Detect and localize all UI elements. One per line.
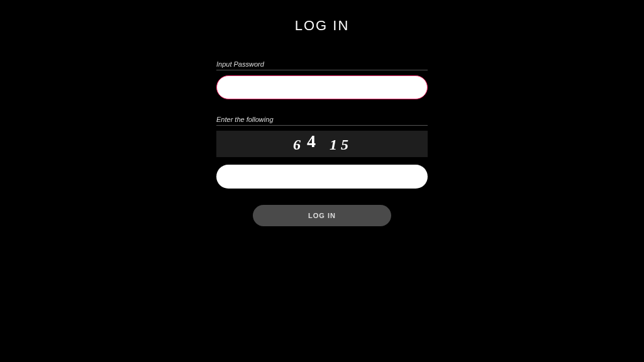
captcha-label: Enter the following	[216, 116, 428, 126]
password-section: Input Password	[216, 60, 428, 99]
login-form: LOG IN Input Password Enter the followin…	[216, 0, 428, 362]
captcha-digit-1: 6	[293, 136, 303, 153]
captcha-digit-3: 1	[330, 136, 340, 153]
captcha-digit-4: 5	[341, 136, 351, 153]
captcha-text: 6 4 1 5	[293, 134, 351, 154]
captcha-image: 6 4 1 5	[216, 131, 428, 157]
captcha-section: Enter the following 6 4 1 5	[216, 116, 428, 189]
password-input[interactable]	[216, 75, 428, 99]
page-title: LOG IN	[216, 18, 428, 34]
login-button[interactable]: LOG IN	[253, 205, 391, 226]
captcha-digit-2: 4	[307, 131, 318, 151]
password-label: Input Password	[216, 60, 428, 70]
captcha-input[interactable]	[216, 165, 428, 189]
